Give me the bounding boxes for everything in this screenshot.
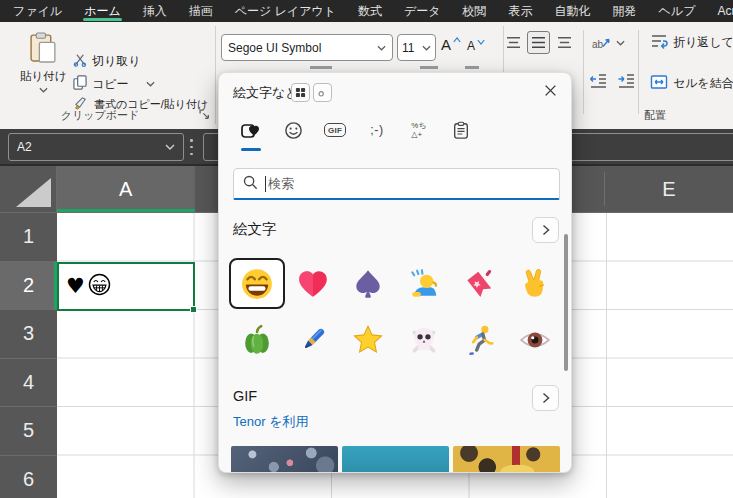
skin-tone-button[interactable] — [313, 83, 332, 102]
align-bottom-button[interactable] — [557, 36, 572, 49]
clipboard-dialog-launcher[interactable] — [199, 109, 210, 120]
increase-indent-button[interactable] — [617, 73, 635, 89]
emoji-eye[interactable] — [507, 314, 563, 365]
menu-tab[interactable]: 自動化 — [544, 0, 602, 22]
tab-emoji-smiley[interactable] — [280, 118, 306, 142]
emoji-skull-and-crossbones[interactable] — [396, 314, 452, 365]
font-size-combo[interactable]: 11 — [397, 34, 436, 61]
heart-glyph: ♥ — [66, 276, 85, 297]
fill-handle[interactable] — [190, 306, 197, 313]
paste-label: 貼り付け — [20, 69, 67, 84]
column-header-a[interactable]: A — [57, 166, 195, 212]
emoji-pen[interactable] — [285, 314, 341, 365]
close-icon[interactable] — [539, 79, 561, 101]
menu-tab[interactable]: 数式 — [347, 0, 393, 22]
name-box-dropdown-icon[interactable] — [165, 144, 175, 150]
scissors-icon — [73, 53, 87, 70]
panel-scrollbar[interactable] — [564, 234, 568, 371]
font-name-combo[interactable]: Segoe UI Symbol — [221, 34, 393, 61]
decrease-indent-button[interactable] — [589, 73, 607, 89]
emoji-red-heart[interactable] — [285, 258, 341, 309]
menu-tab[interactable]: 挿入 — [132, 0, 178, 22]
confetti-scene-gif[interactable] — [231, 446, 338, 473]
emoji-section-title: 絵文字 — [233, 220, 277, 239]
menu-tab[interactable]: ページ レイアウト — [224, 0, 347, 22]
tab-clipboard[interactable] — [448, 118, 474, 142]
font-size-value: 11 — [402, 41, 422, 55]
emoji-bell-pepper[interactable] — [229, 314, 285, 365]
clipboard-group-label: クリップボード — [40, 108, 160, 123]
formula-bar-grip[interactable] — [190, 139, 193, 155]
menu-tab[interactable]: データ — [393, 0, 452, 22]
grow-font-button[interactable]: A — [441, 36, 461, 53]
copy-icon — [73, 75, 87, 93]
gif-expand-button[interactable] — [532, 385, 559, 411]
menu-tab[interactable]: ヘルプ — [648, 0, 707, 22]
emoji-spade-suit[interactable] — [340, 258, 396, 309]
row-header-4[interactable]: 4 — [0, 359, 57, 408]
emoji-person-bowing[interactable] — [396, 258, 452, 309]
emoji-victory-hand[interactable] — [507, 258, 563, 309]
paste-button[interactable]: 貼り付け — [20, 32, 67, 93]
menu-tab[interactable]: 校閲 — [452, 0, 498, 22]
align-top-button[interactable] — [506, 36, 521, 49]
select-all-triangle-icon — [16, 178, 51, 207]
tab-gif[interactable]: GIF — [322, 118, 348, 142]
emoji-bookmark[interactable] — [451, 258, 507, 309]
row-header-1[interactable]: 1 — [0, 213, 57, 262]
copy-dropdown-icon[interactable] — [146, 81, 155, 87]
name-box-value: A2 — [17, 140, 165, 154]
orientation-button[interactable]: ab — [591, 34, 625, 51]
alignment-group-label: 配置 — [565, 108, 733, 123]
name-box[interactable]: A2 — [8, 133, 184, 161]
svg-text:ab: ab — [592, 39, 604, 50]
menu-tab[interactable]: 描画 — [178, 0, 224, 22]
shrink-font-button[interactable]: A — [467, 39, 485, 53]
row-header-5[interactable]: 5 — [0, 407, 57, 456]
tab-kaomoji[interactable]: ;-) — [364, 118, 390, 142]
tab-symbols[interactable]: %ち △+ — [406, 118, 432, 142]
tenor-link[interactable]: Tenor を利用 — [233, 413, 308, 431]
paste-icon — [30, 32, 57, 66]
column-header-e[interactable]: E — [605, 166, 733, 212]
search-icon — [242, 174, 258, 194]
grinning-face-glyph-icon — [87, 272, 112, 301]
tab-favorites-heart-selected[interactable] — [238, 118, 264, 142]
font-name-dropdown-icon[interactable] — [377, 45, 386, 51]
row-header-3[interactable]: 3 — [0, 310, 57, 359]
paste-dropdown-icon[interactable] — [39, 87, 48, 93]
emoji-person-running[interactable] — [451, 314, 507, 365]
search-input[interactable] — [268, 176, 551, 191]
wrap-text-button[interactable]: 折り返して全 — [650, 33, 733, 52]
emoji-expand-button[interactable] — [532, 217, 559, 243]
grid-layout-button[interactable] — [291, 83, 310, 102]
shrink-font-glyph: A — [467, 39, 475, 53]
row-headers: 123456 — [0, 213, 57, 498]
minions-gif[interactable] — [453, 446, 560, 473]
active-cell-a2[interactable]: ♥ — [57, 262, 195, 312]
menu-tab[interactable]: ホーム — [73, 0, 132, 22]
font-size-dropdown-icon[interactable] — [422, 45, 431, 51]
merge-cells-button[interactable]: セルを結合し — [650, 74, 733, 93]
select-all-button[interactable] — [0, 166, 57, 213]
align-middle-button[interactable] — [527, 31, 550, 54]
panel-title: 絵文字など — [233, 84, 299, 102]
grow-font-glyph: A — [441, 36, 451, 53]
row-header-6[interactable]: 6 — [0, 456, 57, 498]
menu-tab[interactable]: ファイル — [2, 0, 73, 22]
menu-tab[interactable]: 表示 — [498, 0, 544, 22]
cut-button[interactable]: 切り取り — [73, 53, 141, 70]
orientation-dropdown-icon[interactable] — [616, 40, 625, 46]
cut-label: 切り取り — [92, 53, 141, 70]
emoji-star[interactable] — [340, 314, 396, 365]
search-box[interactable] — [233, 168, 560, 200]
emoji-panel: 絵文字など GIF;-)%ち △+ 絵文字 GIF Tenor を利用 — [218, 72, 572, 473]
copy-button[interactable]: コピー — [73, 75, 155, 93]
menu-tab[interactable]: 開発 — [602, 0, 648, 22]
emoji-grinning-face-with-smiling-eyes[interactable] — [229, 258, 285, 309]
row-header-2[interactable]: 2 — [0, 262, 57, 311]
menu-tab[interactable]: Acrobat — [706, 0, 733, 22]
font-name-value: Segoe UI Symbol — [228, 41, 377, 55]
teal-clip-gif[interactable] — [342, 446, 449, 473]
copy-label: コピー — [92, 76, 129, 93]
